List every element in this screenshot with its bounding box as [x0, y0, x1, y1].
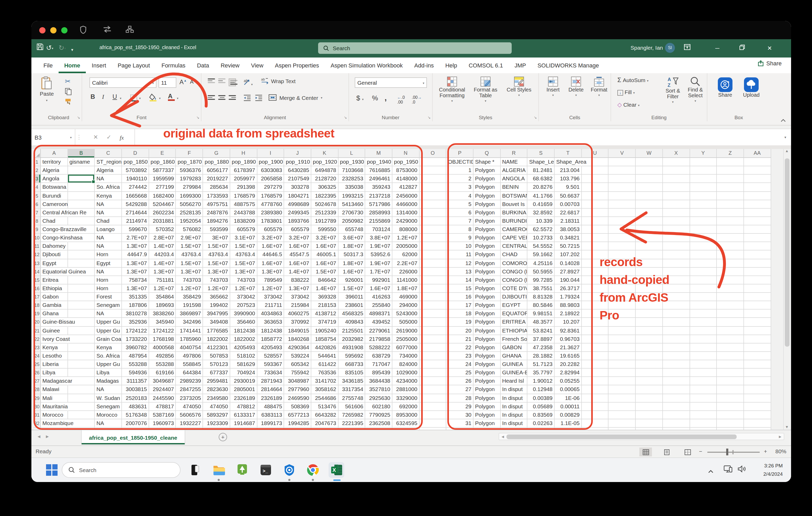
cell[interactable] [717, 267, 744, 276]
align-right-icon[interactable] [229, 95, 236, 100]
cell[interactable]: 1858754 [311, 335, 338, 343]
cell[interactable] [744, 259, 771, 267]
cell[interactable]: 3.2E+07 [257, 234, 284, 242]
cell[interactable]: 8.81328 [528, 293, 555, 301]
cell[interactable]: Polygon [473, 267, 500, 276]
cell[interactable]: 488475 [257, 402, 284, 411]
cell[interactable]: 1.6E+07 [257, 242, 284, 251]
cell[interactable] [663, 335, 690, 343]
cell[interactable]: 99.7285 [528, 276, 555, 284]
cell[interactable]: 492856 [149, 352, 176, 360]
redo-button[interactable]: ↻▾ [59, 43, 66, 53]
merge-center-button[interactable]: Merge & Center▾ [268, 94, 322, 101]
cell[interactable]: 1899173 [257, 419, 284, 428]
cell[interactable] [609, 267, 636, 276]
cell[interactable]: 13 [446, 267, 473, 276]
cell[interactable]: 107.202 [555, 251, 582, 259]
cell[interactable]: pop_1860 [149, 158, 176, 166]
cell[interactable] [744, 200, 771, 208]
cell[interactable]: 358429 [176, 293, 203, 301]
cell[interactable] [744, 428, 771, 430]
cell[interactable]: NA [95, 242, 122, 251]
cell[interactable]: 2847255 [176, 386, 203, 394]
cell[interactable] [609, 158, 636, 166]
cell[interactable]: 505000 [393, 318, 419, 327]
cell[interactable] [690, 209, 717, 217]
cell[interactable]: 359243 [366, 183, 393, 192]
cell[interactable]: 619166 [149, 369, 176, 377]
scrollbar-thumb[interactable] [506, 434, 737, 439]
cell[interactable]: 1.9E+07 [366, 259, 393, 267]
cell[interactable] [419, 419, 446, 428]
cell[interactable]: 483631 [122, 402, 149, 411]
cell[interactable]: 1.6E+07 [311, 242, 338, 251]
cell[interactable]: In disput [500, 394, 527, 402]
fill-button[interactable]: ↓ Fill ▾ [617, 89, 635, 96]
row-header-25[interactable]: 25 [33, 360, 41, 369]
cell[interactable]: 27.8927 [555, 267, 582, 276]
cell[interactable] [68, 327, 95, 335]
cell[interactable]: 1314000 [393, 209, 419, 217]
cell[interactable] [582, 310, 609, 318]
cell[interactable] [68, 369, 95, 377]
cell[interactable]: 3.6E+07 [338, 234, 365, 242]
cell[interactable]: 2619000 [393, 327, 419, 335]
cell[interactable]: NA [95, 200, 122, 208]
cell[interactable]: 4778760 [257, 200, 284, 208]
cell[interactable]: 50.7215 [555, 242, 582, 251]
cell[interactable]: 926001 [338, 276, 365, 284]
cell[interactable]: 2505000 [393, 335, 419, 343]
cell[interactable]: 3329000 [393, 394, 419, 402]
cell[interactable] [636, 259, 663, 267]
cell[interactable]: Polygon [473, 327, 500, 335]
cell[interactable]: 4122301 [203, 343, 230, 352]
cell[interactable]: 80.5846 [528, 301, 555, 309]
cell[interactable]: 1.3E+07 [230, 267, 257, 276]
cell[interactable]: 31 [446, 419, 473, 428]
cell[interactable]: 5703892 [122, 166, 149, 175]
cell[interactable] [663, 377, 690, 386]
cell[interactable] [636, 318, 663, 327]
ribbon-tab-jmp[interactable]: JMP [509, 58, 532, 73]
cell[interactable] [636, 301, 663, 309]
cell[interactable]: 595692 [338, 352, 365, 360]
cell[interactable] [393, 428, 419, 430]
ribbon-tab-help[interactable]: Help [439, 58, 463, 73]
cell[interactable] [68, 360, 95, 369]
cell[interactable] [663, 242, 690, 251]
cell[interactable]: 2924407 [149, 386, 176, 394]
cell[interactable]: 47.2358 [528, 343, 555, 352]
row-header-8[interactable]: 8 [33, 217, 41, 225]
cell[interactable]: 1.3E+07 [122, 267, 149, 276]
cell[interactable] [663, 183, 690, 192]
cell[interactable]: 2528135 [176, 209, 203, 217]
row-header-6[interactable]: 6 [33, 200, 41, 208]
cell[interactable]: 306325 [311, 183, 338, 192]
format-cells-button[interactable]: Format▾ [588, 76, 610, 98]
cell[interactable]: Morocco [95, 411, 122, 419]
cell[interactable]: 1141000 [393, 276, 419, 284]
cell[interactable] [690, 284, 717, 293]
cell[interactable]: 5717986 [366, 200, 393, 208]
cell[interactable]: 6577213 [284, 411, 311, 419]
insert-cells-button[interactable]: Insert▾ [542, 76, 564, 98]
cell[interactable]: NAME [500, 158, 527, 166]
cell[interactable]: 373042 [230, 293, 257, 301]
cell[interactable] [419, 192, 446, 200]
cell[interactable]: 41.1766 [528, 192, 555, 200]
cell[interactable]: 2512339 [311, 209, 338, 217]
cell[interactable]: 4975751 [203, 200, 230, 208]
cell[interactable] [419, 369, 446, 377]
cell[interactable]: Horn [95, 251, 122, 259]
fill-color-button[interactable] [149, 93, 157, 103]
cell[interactable]: ST_region [95, 158, 122, 166]
align-center-icon[interactable] [218, 95, 226, 100]
cell[interactable]: 789549 [257, 276, 284, 284]
cell[interactable]: 17 [446, 301, 473, 309]
autosum-button[interactable]: Σ AutoSum ▾ [617, 76, 648, 84]
cell[interactable]: Polygon [473, 360, 500, 369]
cell[interactable]: 1822002 [230, 335, 257, 343]
cell[interactable]: 1.7E+07 [366, 267, 393, 276]
box-upload-button[interactable]: Upload [740, 78, 763, 98]
cell[interactable]: 2032982 [338, 335, 365, 343]
